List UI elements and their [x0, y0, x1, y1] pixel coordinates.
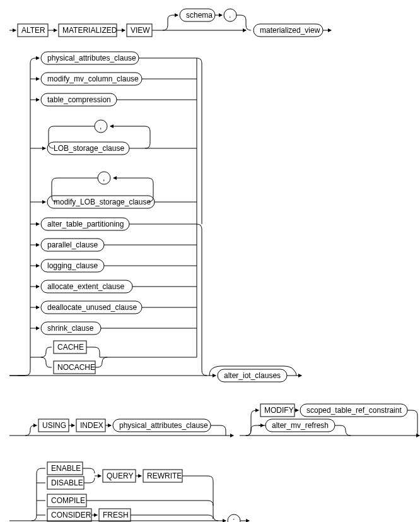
nt-modify-lob: modify_LOB_storage_clause	[54, 198, 151, 206]
kw-fresh: FRESH	[103, 511, 129, 519]
kw-consider: CONSIDER	[51, 511, 91, 519]
nt-alter-mv-refresh: alter_mv_refresh	[272, 421, 329, 430]
nt-schema: schema	[186, 11, 213, 20]
kw-compile: COMPILE	[51, 496, 85, 505]
kw-view: VIEW	[131, 26, 150, 35]
nt-mod-mv-col: modify_mv_column_clause	[47, 74, 139, 83]
row3: USING INDEX physical_attributes_clause M…	[9, 404, 419, 436]
row1: ALTER MATERIALIZED VIEW schema . materia…	[9, 9, 331, 37]
kw-rewrite: REWRITE	[147, 472, 182, 480]
option-block: physical_attributes_clause modify_mv_col…	[9, 52, 301, 382]
railroad-diagram: ALTER MATERIALIZED VIEW schema . materia…	[6, 6, 420, 522]
nt-phys-attr-2: physical_attributes_clause	[119, 421, 208, 430]
nt-deallocate-unused: deallocate_unused_clause	[47, 303, 137, 312]
nt-phys-attr: physical_attributes_clause	[47, 54, 136, 62]
kw-nocache: NOCACHE	[57, 363, 95, 372]
nt-alter-iot: alter_iot_clauses	[224, 371, 281, 380]
kw-alter: ALTER	[21, 26, 45, 35]
kw-using: USING	[42, 421, 66, 430]
nt-logging: logging_clause	[47, 261, 98, 270]
kw-disable: DISABLE	[51, 478, 83, 487]
nt-alter-table-part: alter_table_partitioning	[47, 220, 124, 228]
nt-scoped-constraint: scoped_table_ref_constraint	[306, 406, 402, 415]
kw-materialized: MATERIALIZED	[62, 26, 117, 35]
comma-icon: ,	[100, 122, 102, 131]
nt-lob-storage: LOB_storage_clause	[54, 144, 124, 153]
kw-query: QUERY	[107, 472, 133, 480]
kw-cache: CACHE	[57, 343, 84, 352]
nt-materialized-view: materialized_view	[260, 26, 320, 35]
kw-index: INDEX	[80, 421, 103, 430]
nt-table-compression: table_compression	[47, 95, 111, 104]
semicolon: ;	[233, 516, 235, 522]
nt-parallel: parallel_clause	[47, 240, 98, 249]
kw-enable: ENABLE	[51, 464, 81, 473]
nt-allocate-extent: allocate_extent_clause	[47, 282, 124, 291]
row4: ENABLE DISABLE QUERY REWRITE COMPILE CON…	[9, 462, 249, 522]
dot: .	[229, 11, 231, 20]
kw-modify: MODIFY	[264, 406, 294, 415]
comma-icon-2: ,	[103, 174, 105, 182]
nt-shrink: shrink_clause	[47, 324, 94, 333]
